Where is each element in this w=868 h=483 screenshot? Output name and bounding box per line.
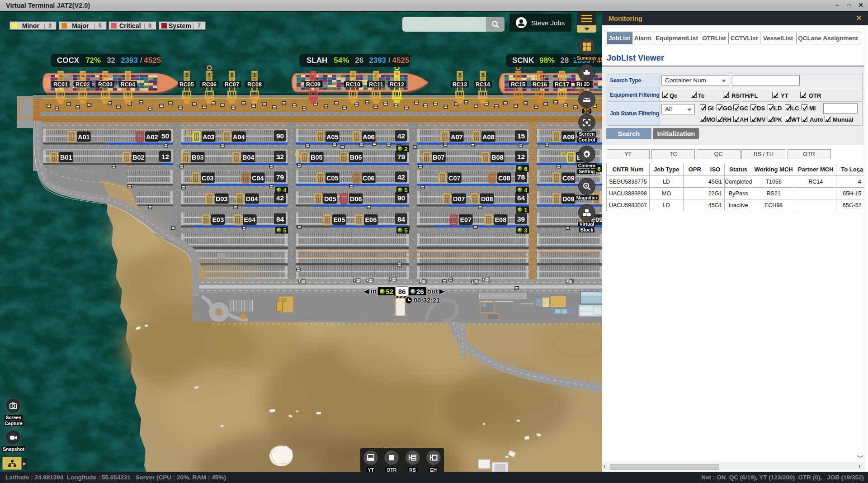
svg-text:5: 5: [404, 187, 408, 194]
svg-text:A04: A04: [233, 133, 245, 141]
svg-text:E05: E05: [333, 216, 345, 223]
svg-text:78: 78: [517, 173, 525, 181]
svg-text:B02: B02: [132, 154, 145, 161]
svg-text:42: 42: [397, 173, 405, 181]
svg-text:12: 12: [161, 153, 169, 161]
svg-text:84: 84: [276, 215, 284, 223]
svg-text:42: 42: [276, 194, 284, 202]
svg-text:A05: A05: [326, 133, 339, 141]
svg-text:RC12: RC12: [390, 81, 404, 88]
svg-text:RC14: RC14: [476, 81, 490, 88]
svg-text:B05: B05: [311, 154, 323, 161]
svg-text:RC07: RC07: [225, 81, 239, 88]
svg-text:B06: B06: [350, 154, 362, 161]
svg-text:12: 12: [517, 153, 525, 161]
svg-text:RC13: RC13: [453, 81, 467, 88]
svg-text:D04: D04: [246, 195, 258, 203]
svg-text:C05: C05: [326, 175, 339, 182]
svg-text:RC06: RC06: [202, 81, 217, 88]
svg-text:RC11: RC11: [369, 81, 383, 88]
svg-text:3: 3: [524, 227, 528, 234]
svg-text:RC04: RC04: [121, 81, 135, 88]
svg-text:1: 1: [524, 207, 528, 213]
svg-text:A06: A06: [363, 133, 375, 141]
svg-text:C06: C06: [363, 175, 375, 182]
svg-text:RC05: RC05: [179, 81, 194, 88]
svg-text:RC02: RC02: [75, 81, 90, 88]
svg-text:79: 79: [397, 153, 406, 161]
svg-text:RC08: RC08: [247, 81, 262, 88]
svg-text:C08: C08: [498, 175, 510, 182]
svg-text:A08: A08: [482, 133, 495, 141]
svg-text:C07: C07: [448, 175, 461, 182]
svg-text:39: 39: [517, 215, 525, 223]
svg-text:D08: D08: [481, 195, 493, 203]
svg-text:RC01: RC01: [53, 81, 68, 88]
svg-text:RC03: RC03: [98, 81, 113, 88]
svg-text:D07: D07: [453, 195, 465, 203]
svg-text:C09: C09: [562, 175, 575, 182]
svg-text:4: 4: [283, 187, 287, 194]
svg-text:E06: E06: [365, 216, 377, 223]
svg-text:50: 50: [161, 132, 169, 140]
svg-text:C03: C03: [202, 175, 214, 182]
svg-text:84: 84: [397, 215, 406, 223]
svg-text:RC09: RC09: [306, 81, 321, 88]
svg-text:RC10: RC10: [346, 81, 360, 88]
svg-text:2: 2: [404, 146, 408, 152]
svg-text:B04: B04: [242, 154, 255, 161]
svg-text:6: 6: [524, 166, 528, 172]
svg-text:C04: C04: [252, 175, 264, 182]
svg-text:B07: B07: [433, 154, 445, 161]
svg-text:B08: B08: [491, 154, 504, 161]
svg-text:A02: A02: [146, 133, 158, 141]
svg-text:RC16: RC16: [533, 81, 547, 88]
svg-text:5: 5: [404, 227, 408, 234]
svg-text:E08: E08: [495, 216, 506, 223]
svg-text:A07: A07: [451, 133, 463, 141]
svg-text:A03: A03: [203, 133, 215, 141]
svg-text:5: 5: [283, 227, 287, 234]
svg-text:79: 79: [276, 173, 284, 181]
svg-text:D03: D03: [216, 195, 228, 203]
svg-text:D06: D06: [350, 195, 362, 203]
svg-text:15: 15: [517, 132, 525, 140]
svg-text:A01: A01: [78, 133, 90, 141]
svg-text:90: 90: [397, 194, 405, 202]
svg-text:32: 32: [276, 153, 284, 161]
svg-text:B03: B03: [192, 154, 204, 161]
svg-text:E04: E04: [244, 216, 255, 223]
svg-text:4: 4: [524, 187, 528, 194]
svg-text:RC15: RC15: [511, 81, 525, 88]
svg-text:90: 90: [276, 132, 284, 140]
svg-text:B01: B01: [60, 154, 72, 161]
svg-text:42: 42: [397, 132, 405, 140]
svg-text:E07: E07: [460, 216, 472, 223]
svg-text:D05: D05: [324, 195, 336, 203]
svg-text:64: 64: [517, 194, 525, 202]
svg-text:E03: E03: [212, 216, 224, 223]
